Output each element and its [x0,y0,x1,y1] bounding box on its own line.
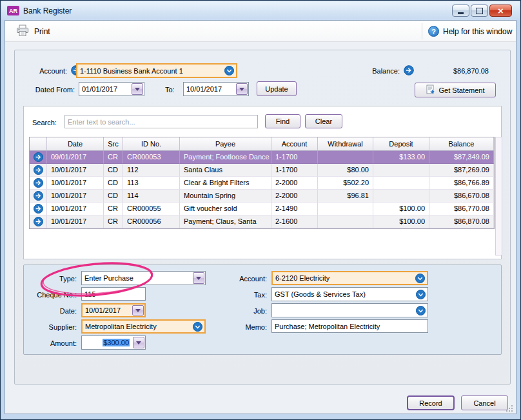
table-cell: Payment; Claus, Santa [180,215,271,228]
row-zoom-arrow-icon[interactable] [30,203,47,215]
table-row[interactable]: 10/01/2017CD114Mountain Spring2-2000$96.… [30,190,494,203]
chevron-down-icon [136,341,141,345]
cheque-no-input[interactable]: 115 [81,287,146,301]
job-chevron-down-icon[interactable] [416,306,428,315]
update-label: Update [265,85,288,93]
supplier-select[interactable]: Metropolitan Electricity [81,319,206,334]
table-cell: CR [104,215,123,228]
account-select[interactable]: 1-1110 Business Bank Account 1 [76,63,237,78]
get-statement-button[interactable]: Get Statement [415,83,496,97]
dated-to-dropdown-button[interactable] [236,83,248,95]
find-label: Find [276,117,290,125]
row-zoom-arrow-icon[interactable] [30,151,47,164]
table-cell: 10/01/2017 [47,177,104,190]
balance-value: $86,870.08 [418,66,489,76]
table-cell: 113 [123,177,180,190]
column-header: Balance [429,137,494,150]
row-zoom-arrow-icon[interactable] [30,215,47,228]
row-zoom-arrow-icon[interactable] [30,177,47,190]
close-button[interactable] [489,5,512,17]
printer-icon [15,25,30,39]
table-cell [318,215,373,228]
amount-label: Amount: [24,338,77,348]
amount-input[interactable]: $300.00 [81,335,146,350]
toolbar: Print Help for this window [5,21,516,42]
memo-input[interactable]: Purchase; Metropolitan Electricity [271,319,428,333]
amount-dropdown-button[interactable] [133,337,144,348]
type-dropdown-button[interactable] [193,272,204,284]
tax-select[interactable]: GST (Goods & Services Tax) [271,287,428,301]
table-row[interactable]: 10/01/2017CRCR000055Gift voucher sold2-1… [30,203,494,215]
cheque-no-label: Cheque No.: [24,290,77,300]
table-row[interactable]: 09/01/2017CRCR000053Payment; Footloose D… [30,151,494,164]
table-row[interactable]: 10/01/2017CD112Santa Claus1-1700$80.00$8… [30,164,494,177]
dated-from-value: 01/01/2017 [79,85,131,93]
date-field[interactable]: 10/01/2017 [81,303,146,317]
update-button[interactable]: Update [257,81,297,96]
table-row[interactable]: 10/01/2017CRCR000056Payment; Claus, Sant… [30,215,494,228]
to-label: To: [165,85,181,95]
table-cell: 1-1700 [271,151,318,164]
resize-grip[interactable] [506,405,513,412]
type-select[interactable]: Enter Purchase [81,271,206,285]
job-label: Job: [224,306,267,316]
table-cell: Gift voucher sold [180,203,271,215]
app-badge-icon: AR [7,6,19,15]
form-account-value: 6-2120 Electricity [273,274,415,282]
supplier-value: Metropolitan Electricity [83,323,193,330]
cancel-button[interactable]: Cancel [461,395,508,410]
table-cell: Clear & Bright Filters [180,177,271,190]
dated-from-field[interactable]: 01/01/2017 [79,82,144,96]
form-account-chevron-down-icon[interactable] [415,274,427,283]
balance-zoom-arrow-icon[interactable] [404,65,414,78]
table-cell: $133.00 [373,151,429,164]
record-button[interactable]: Record [407,395,455,410]
help-button[interactable]: Help for this window [428,23,512,39]
print-button[interactable]: Print [12,23,54,39]
tax-label: Tax: [224,290,267,300]
table-cell: CD [104,190,123,203]
dated-to-value: 10/01/2017 [184,85,235,93]
transaction-form: Type: Enter Purchase Cheque No.: 115 Dat… [23,265,502,355]
table-cell: 1-1700 [271,164,318,177]
maximize-button[interactable] [471,5,488,17]
clear-button[interactable]: Clear [305,114,342,128]
minimize-button[interactable] [452,5,469,17]
register-list-container: Search: Find Clear DateSrcID No.PayeeAcc… [23,106,502,259]
search-input[interactable] [64,115,258,128]
table-cell: $86,670.08 [429,190,494,203]
table-cell: Santa Claus [180,164,271,177]
cheque-no-value: 115 [82,290,145,298]
balance-label: Balance: [364,66,400,76]
tax-chevron-down-icon[interactable] [416,290,428,299]
table-cell: $502.20 [318,177,373,190]
dated-from-dropdown-button[interactable] [132,83,143,95]
tax-value: GST (Goods & Services Tax) [272,290,416,298]
form-account-select[interactable]: 6-2120 Electricity [271,271,428,285]
cancel-label: Cancel [473,399,495,407]
title-bar[interactable]: AR Bank Register [1,1,520,20]
table-cell: Mountain Spring [180,190,271,203]
table-cell: CR [104,203,123,215]
row-zoom-arrow-icon[interactable] [30,164,47,177]
table-cell: $100.00 [373,215,429,228]
table-cell: $86,766.89 [429,177,494,190]
table-row[interactable]: 10/01/2017CD113Clear & Bright Filters2-2… [30,177,494,190]
vertical-scrollbar[interactable] [495,137,502,255]
row-zoom-arrow-icon[interactable] [30,190,47,203]
dated-to-field[interactable]: 10/01/2017 [183,82,249,96]
table-cell: 112 [123,164,180,177]
account-chevron-down-icon[interactable] [224,66,236,75]
job-select[interactable] [271,303,428,317]
form-account-label: Account: [224,274,267,284]
column-header: Deposit [373,137,429,150]
find-button[interactable]: Find [265,114,300,128]
table-cell: 10/01/2017 [47,215,104,228]
date-dropdown-button[interactable] [132,305,144,315]
table-cell: $86,870.08 [429,215,494,228]
table-cell: CD [104,164,123,177]
table-cell: $96.81 [318,190,373,203]
supplier-chevron-down-icon[interactable] [193,322,204,332]
table-cell: CR000056 [123,215,180,228]
table-cell: $87,349.09 [429,151,494,164]
